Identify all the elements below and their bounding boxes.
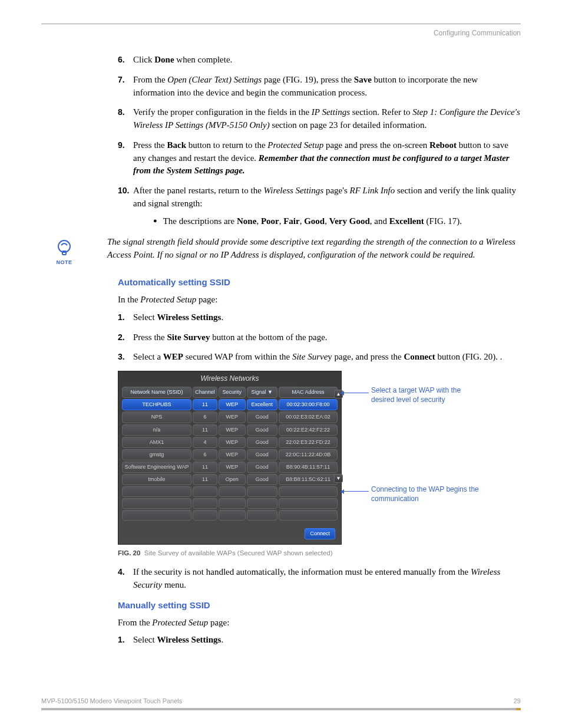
table-row[interactable]: gmstg6WEPGood22:0C:11:22:4D:0B (122, 449, 338, 460)
auto-intro: In the Protected Setup page: (118, 294, 521, 307)
wap-table-title: Wireless Networks (121, 374, 339, 384)
numbered-steps-top: Click Done when complete.From the Open (… (118, 54, 521, 228)
wap-column-header: Security (219, 387, 246, 398)
wap-table: Network Name (SSID)ChannelSecuritySignal… (121, 386, 339, 521)
wap-column-header: Signal ▼ (247, 387, 277, 398)
figure-20-caption: FIG. 20 Site Survey of available WAPs (S… (118, 548, 521, 558)
step-item: Select Wireless Settings. (118, 634, 521, 647)
figure-20: Wireless Networks Network Name (SSID)Cha… (118, 371, 477, 545)
table-row[interactable]: NPS6WEPGood00:02:E3:02:EA:02 (122, 411, 338, 423)
page-footer: MVP-5100/5150 Modero Viewpoint Touch Pan… (41, 697, 521, 710)
step-item: From the Open (Clear Text) Settings page… (118, 74, 521, 100)
wap-column-header: Network Name (SSID) (122, 387, 191, 398)
note-text: The signal strength field should provide… (107, 236, 521, 262)
numbered-steps-manual: Select Wireless Settings. (118, 634, 521, 647)
numbered-steps-auto-cont: If the security is not handled automatic… (118, 566, 521, 592)
wap-column-header: Channel (193, 387, 217, 398)
step-item: If the security is not handled automatic… (118, 566, 521, 592)
table-row (122, 510, 338, 521)
step-item: Press the Back button to return to the P… (118, 139, 521, 177)
step-item: Select a WEP secured WAP from within the… (118, 351, 521, 364)
table-row[interactable]: n/a11WEPGood00:22:E2:42:F2:22 (122, 424, 338, 436)
step-item: Verify the proper configuration in the f… (118, 106, 521, 132)
step-item: Press the Site Survey button at the bott… (118, 331, 521, 344)
footer-title: MVP-5100/5150 Modero Viewpoint Touch Pan… (41, 697, 182, 704)
table-row[interactable]: AMX14WEPGood22:02:E3:22:FD:22 (122, 437, 338, 448)
running-header: Configuring Communication (41, 29, 521, 37)
table-row[interactable]: tmobile11OpenGoodB8:B8:11:5C:62:11 (122, 474, 338, 485)
note-icon: NOTE (52, 238, 77, 265)
scroll-down-icon[interactable]: ▼ (334, 474, 343, 483)
table-row (122, 498, 338, 509)
bullet-descriptions: The descriptions are None, Poor, Fair, G… (153, 215, 521, 228)
page-number: 29 (514, 697, 521, 704)
step-item: Select Wireless Settings. (118, 311, 521, 324)
table-row (122, 486, 338, 497)
table-row[interactable]: TECHPUBS11WEPExcellent00:02:30:00:F8:00 (122, 399, 338, 410)
manual-intro: From the Protected Setup page: (118, 617, 521, 630)
step-item: Click Done when complete. (118, 54, 521, 67)
heading-auto-ssid: Automatically setting SSID (118, 276, 521, 289)
heading-manual-ssid: Manually setting SSID (118, 599, 521, 612)
table-row[interactable]: Software Engineering WAP11WEPGoodB8:90:4… (122, 462, 338, 473)
callout-select-wap: Select a target WAP with the desired lev… (371, 386, 471, 404)
callout-connect: Connecting to the WAP begins the communi… (371, 485, 483, 503)
connect-button[interactable]: Connect (305, 528, 335, 539)
step-item: After the panel restarts, return to the … (118, 185, 521, 228)
wap-column-header: MAC Address (279, 387, 338, 398)
numbered-steps-auto: Select Wireless Settings.Press the Site … (118, 311, 521, 364)
